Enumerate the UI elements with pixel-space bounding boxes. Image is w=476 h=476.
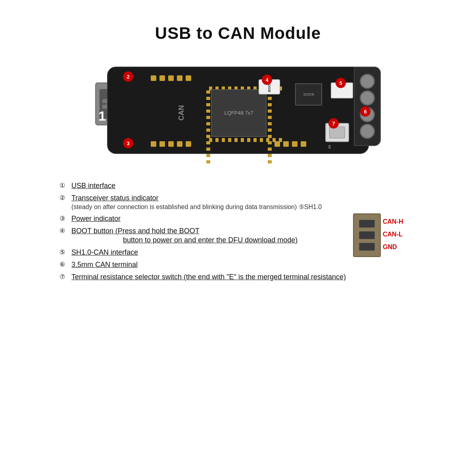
- pad: [186, 75, 191, 81]
- desc-text-7: Terminal resistance selector switch (the…: [71, 273, 346, 281]
- pin: [268, 122, 272, 125]
- badge-6: 6: [360, 106, 370, 117]
- desc-num-2: ②: [60, 194, 71, 202]
- pin: [206, 141, 210, 144]
- terminal-hole-1: [360, 74, 375, 89]
- can-l-label: CAN-L: [383, 231, 403, 238]
- pin: [206, 135, 210, 138]
- pin: [206, 116, 210, 119]
- desc-num-1: ①: [60, 182, 71, 189]
- can-text: CAN: [177, 105, 186, 121]
- pin: [268, 116, 272, 119]
- desc-text-6: 3.5mm CAN terminal: [71, 261, 138, 269]
- pin: [268, 141, 272, 144]
- pcb-board-container: CAN: [95, 63, 381, 158]
- desc-text-5: SH1.0-CAN interface: [71, 248, 138, 257]
- desc-num-3: ③: [60, 215, 71, 222]
- tr-e-label: E: [328, 145, 331, 149]
- usb-number-label: 1: [98, 108, 106, 124]
- desc-item-6: ⑥ 3.5mm CAN terminal: [60, 261, 416, 269]
- pad: [283, 141, 289, 147]
- terminal-hole-4: [360, 124, 375, 139]
- pin: [206, 122, 210, 125]
- connector-labels: CAN-H CAN-L GND: [383, 213, 403, 251]
- pin: [260, 138, 263, 142]
- desc-sub-2: (steady on after connection is establish…: [71, 203, 416, 211]
- pad: [159, 141, 165, 147]
- badge-5: 5: [336, 78, 346, 88]
- pin: [222, 138, 225, 142]
- pin: [268, 97, 272, 100]
- badge-2: 2: [123, 71, 133, 82]
- desc-num-4: ④: [60, 227, 71, 234]
- pin: [206, 103, 210, 106]
- description-section: ① USB interface ② Transceiver status ind…: [60, 182, 416, 285]
- pin: [247, 138, 250, 142]
- conn-pin-3: [359, 243, 375, 251]
- badge-4: 4: [262, 75, 272, 85]
- pin: [206, 97, 210, 100]
- pad: [151, 75, 156, 81]
- desc-item-7: ⑦ Terminal resistance selector switch (t…: [60, 273, 416, 281]
- page-title: USB to CAN Module: [155, 24, 321, 43]
- terminal-hole-2: [360, 90, 375, 106]
- conn-pin-2: [359, 231, 375, 239]
- pad: [186, 141, 191, 147]
- pin: [228, 138, 231, 142]
- can-h-label: CAN-H: [383, 218, 403, 225]
- pin: [268, 154, 272, 157]
- soic-label: SOIC8: [303, 92, 314, 96]
- pin: [206, 109, 210, 113]
- pin: [206, 90, 210, 94]
- pad: [177, 75, 182, 81]
- pin: [241, 138, 244, 142]
- connector-body: [353, 213, 381, 257]
- pin: [206, 160, 210, 163]
- desc-text-1: USB interface: [71, 182, 115, 190]
- chip-pins-right: [268, 90, 272, 163]
- pin: [234, 138, 238, 142]
- pin: [268, 160, 272, 163]
- desc-text-2: Transceiver status indicator: [71, 194, 158, 202]
- pad: [301, 141, 306, 147]
- badge-7: 7: [328, 118, 339, 129]
- desc-num-7: ⑦: [60, 273, 71, 280]
- pin: [206, 129, 210, 132]
- pad: [159, 75, 165, 81]
- conn-pin-1: [359, 220, 375, 228]
- pin: [268, 135, 272, 138]
- desc-num-5: ⑤: [60, 248, 71, 256]
- pin: [268, 109, 272, 113]
- pad: [168, 75, 174, 81]
- soic-chip: SOIC8: [295, 83, 322, 106]
- pad: [177, 141, 182, 147]
- main-chip-label: LQFP48 7x7: [225, 109, 253, 117]
- pin: [206, 148, 210, 151]
- pad: [292, 141, 298, 147]
- pin: [253, 138, 257, 142]
- pin: [206, 154, 210, 157]
- pin: [268, 103, 272, 106]
- pad: [151, 141, 156, 147]
- pin: [268, 129, 272, 132]
- pcb-board: CAN: [107, 67, 369, 154]
- gnd-label: GND: [383, 244, 403, 251]
- chip-pins-left: [206, 90, 210, 163]
- pad: [168, 141, 174, 147]
- pin: [215, 138, 219, 142]
- pad: [274, 141, 280, 147]
- desc-item-2: ② Transceiver status indicator (steady o…: [60, 194, 416, 211]
- desc-item-1: ① USB interface: [60, 182, 416, 190]
- main-chip: LQFP48 7x7: [211, 89, 267, 137]
- pin: [268, 148, 272, 151]
- desc-text-4: BOOT button (Press and hold the BOOT: [71, 227, 200, 235]
- desc-text-3: Power indicator: [71, 215, 121, 223]
- desc-num-6: ⑥: [60, 261, 71, 268]
- badge-3: 3: [123, 138, 133, 148]
- connector-diagram: CAN-H CAN-L GND: [353, 213, 416, 257]
